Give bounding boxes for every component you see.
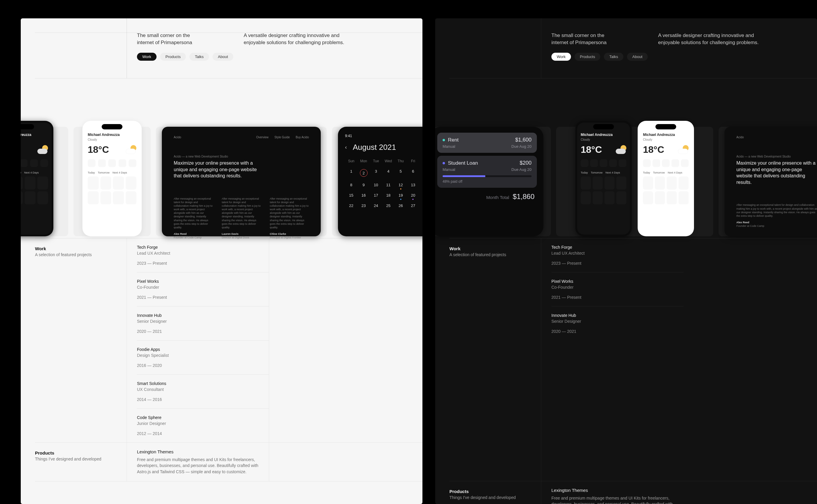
calendar-day: 7 — [419, 166, 422, 180]
weather-tab: Next 4 Days — [113, 171, 127, 174]
nav-work[interactable]: Work — [137, 53, 156, 61]
work-row[interactable]: Tech ForgeLead UX Architect2023 — Presen… — [551, 238, 684, 272]
work-role: Co-Founder — [551, 285, 684, 290]
calendar-day: 19 — [395, 190, 407, 200]
showcase-tile: Michael Andreuzza Cloudy 18°C TodayTomor… — [556, 127, 713, 236]
slab-person-title: Founder at Code Camp — [736, 224, 817, 228]
nav-talks[interactable]: Talks — [604, 53, 624, 61]
slab-link: Overview — [256, 136, 269, 139]
finance-mock: Rent$1,600 ManualDue Aug 20 Student Loan… — [435, 127, 543, 236]
product-desc: Free and premium multipage themes and UI… — [137, 457, 268, 475]
finance-due: Due Aug 20 — [511, 167, 531, 172]
showcase-tile: Acido Acido — a new Web Development Stud… — [719, 127, 817, 236]
weather-tab: Tomorrow — [591, 171, 603, 174]
work-company: Pixel Works — [137, 279, 269, 284]
slab-blurb: After messaging an exceptional talent fo… — [270, 197, 309, 229]
weather-tab: Today — [643, 171, 650, 174]
slab-headline: Maximize your online presence with a uni… — [174, 160, 263, 179]
calendar-day: 12 — [395, 180, 407, 190]
work-company: Tech Forge — [137, 245, 269, 250]
calendar-dow: Thu — [395, 157, 407, 166]
work-row[interactable]: Pixel WorksCo-Founder2021 — Present — [137, 272, 269, 306]
slab-headline: Maximize your online presence with a uni… — [736, 160, 817, 185]
finance-amount: $200 — [520, 160, 531, 166]
tablet-mock: Acido Acido — a new Web Development Stud… — [725, 127, 817, 236]
calendar-dow: Wed — [382, 157, 395, 166]
work-row[interactable]: Foodie AppsDesign Specialist2016 — 2020 — [137, 341, 269, 375]
finance-name: Student Loan — [448, 160, 478, 166]
finance-method: Manual — [443, 167, 455, 172]
finance-due: Due Aug 20 — [511, 144, 531, 149]
calendar-dow: Sun — [345, 157, 358, 166]
site-intro: A versatile designer crafting innovative… — [658, 32, 759, 78]
weather-temp: 18°C — [88, 144, 109, 155]
calendar-day: 22 — [345, 200, 358, 211]
calendar-time: 9:41 — [345, 134, 352, 138]
weather-temp: 18°C — [581, 144, 602, 155]
weather-icon — [36, 146, 48, 154]
calendar-day: 5 — [395, 166, 407, 180]
section-sub-work: A selection of featured projects — [449, 252, 541, 257]
calendar-day: 2 — [358, 166, 370, 180]
calendar-day: 20 — [407, 190, 419, 200]
month-total-label: Month Total — [486, 195, 509, 200]
showcase-tile: Michael Andreuzza Cloudy 18°C TodayTomor… — [21, 127, 68, 236]
calendar-day: 14 — [419, 180, 422, 190]
nav-about[interactable]: About — [213, 53, 233, 61]
calendar-day: 23 — [358, 200, 370, 211]
calendar-dow: Sat — [419, 157, 422, 166]
work-row[interactable]: Code SphereJunior Designer2012 — 2014 — [137, 409, 269, 442]
work-role: Co-Founder — [137, 285, 269, 290]
work-role: Design Specialist — [137, 353, 269, 358]
section-sub-work: A selection of featured projects — [35, 252, 126, 257]
work-company: Smart Solutions — [137, 381, 269, 386]
nav-products[interactable]: Products — [574, 53, 600, 61]
slab-blurb: After messaging an exceptional talent fo… — [736, 203, 817, 217]
slab-brand: Acido — [736, 136, 744, 139]
calendar-day: 8 — [345, 180, 358, 190]
weather-tab: Next 4 Days — [605, 171, 620, 174]
section-title-products: Products — [35, 450, 126, 455]
work-row[interactable]: Innovate HubSenior Designer2020 — 2021 — [551, 306, 684, 340]
weather-tab: Today — [88, 171, 95, 174]
work-row[interactable]: Smart SolutionsUX Consultant2014 — 2016 — [137, 375, 269, 409]
month-total-value: $1,860 — [513, 192, 534, 201]
slab-link: Buy Acido — [296, 136, 309, 139]
main-nav: Work Products Talks About — [137, 53, 202, 61]
calendar-day: 25 — [382, 200, 395, 211]
calendar-dow: Mon — [358, 157, 370, 166]
weather-sub: Cloudy — [643, 138, 689, 141]
work-company: Innovate Hub — [137, 313, 269, 318]
weather-name: Michael Andreuzza — [643, 133, 689, 137]
product-title: Lexington Themes — [551, 488, 684, 493]
work-row[interactable]: Tech ForgeLead UX Architect2023 — Presen… — [137, 238, 269, 272]
nav-work[interactable]: Work — [551, 53, 571, 61]
work-range: 2016 — 2020 — [137, 363, 269, 368]
phone-mock-light: Michael Andreuzza Cloudy 18°C TodayTomor… — [82, 121, 142, 236]
slab-person: Chloe Clarke — [270, 232, 309, 236]
finance-name: Rent — [448, 137, 459, 143]
calendar-day: 1 — [345, 166, 358, 180]
nav-products[interactable]: Products — [160, 53, 186, 61]
work-company: Foodie Apps — [137, 347, 269, 352]
work-range: 2021 — Present — [551, 295, 684, 300]
phone-mock-dark: Michael Andreuzza Cloudy 18°C TodayTomor… — [21, 121, 53, 236]
nav-about[interactable]: About — [627, 53, 648, 61]
showcase-tile: Rent$1,600 ManualDue Aug 20 Student Loan… — [435, 127, 551, 236]
showcase-tile: AcidoOverviewStyle GuideBuy Acido Acido … — [156, 127, 327, 236]
work-range: 2021 — Present — [137, 295, 269, 300]
phone-mock-light: Michael Andreuzza Cloudy 18°C TodayTomor… — [638, 121, 694, 236]
product-title: Lexington Themes — [137, 449, 269, 454]
nav-talks[interactable]: Talks — [189, 53, 209, 61]
site-tagline: The small corner on the internet of Prim… — [551, 32, 617, 46]
weather-icon — [677, 146, 689, 154]
work-company: Pixel Works — [551, 279, 684, 284]
work-row[interactable]: Innovate HubSenior Designer2020 — 2021 — [137, 306, 269, 341]
work-row[interactable]: Pixel WorksCo-Founder2021 — Present — [551, 272, 684, 306]
calendar-day: 3 — [370, 166, 382, 180]
work-role: Senior Designer — [137, 319, 269, 324]
site-intro: A versatile designer crafting innovative… — [244, 32, 345, 78]
slab-link: Style Guide — [275, 136, 290, 139]
calendar-day: 18 — [382, 190, 395, 200]
work-company: Innovate Hub — [551, 313, 684, 318]
